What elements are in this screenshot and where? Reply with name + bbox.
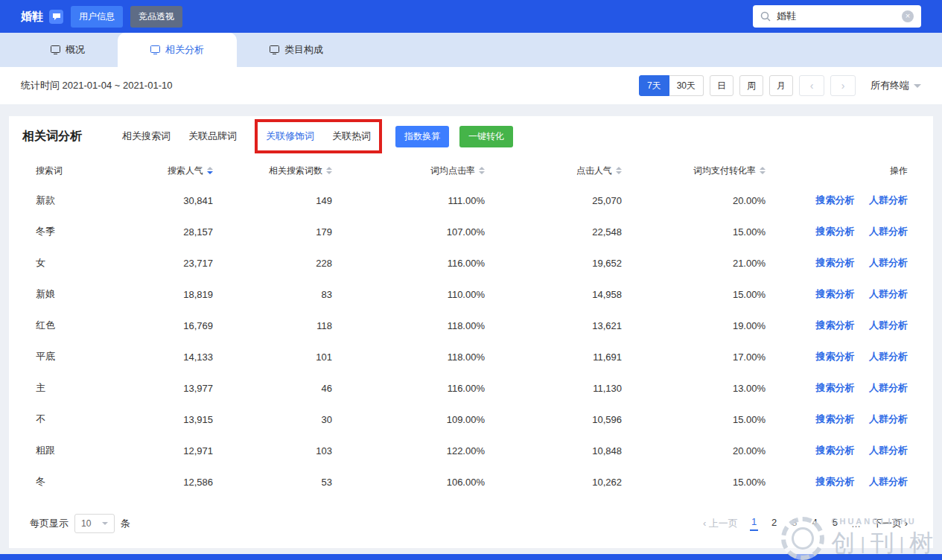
- col-click-popularity: 点击人气: [485, 156, 622, 185]
- search-analysis-link[interactable]: 搜索分析: [815, 413, 854, 424]
- tab-overview[interactable]: 概况: [31, 33, 104, 67]
- sort-icon[interactable]: [326, 167, 332, 174]
- cell-click-popularity: 10,596: [485, 404, 622, 435]
- cell-conversion-rate: 15.00%: [622, 279, 766, 310]
- cell-keyword: 新娘: [36, 279, 118, 310]
- cell-conversion-rate: 19.00%: [622, 310, 766, 341]
- cell-search-popularity: 13,915: [118, 404, 213, 435]
- table-row: 女 23,717 228 116.00% 19,652 21.00% 搜索分析 …: [36, 247, 908, 279]
- search-analysis-link[interactable]: 搜索分析: [815, 194, 854, 206]
- index-convert-button[interactable]: 指数换算: [395, 126, 449, 147]
- one-key-convert-button[interactable]: 一键转化: [459, 126, 513, 147]
- user-info-button[interactable]: 用户信息: [71, 6, 123, 28]
- table-row: 新娘 18,819 83 110.00% 14,958 15.00% 搜索分析 …: [36, 279, 908, 310]
- search-analysis-link[interactable]: 搜索分析: [815, 319, 854, 331]
- crowd-analysis-link[interactable]: 人群分析: [869, 382, 908, 393]
- tab-category-composition[interactable]: 类目构成: [250, 33, 343, 67]
- cell-related-count: 53: [213, 466, 332, 497]
- col-search-popularity: 搜索人气: [118, 156, 213, 185]
- search-analysis-link[interactable]: 搜索分析: [815, 288, 854, 299]
- range-day-button[interactable]: 日: [710, 75, 733, 96]
- search-analysis-link[interactable]: 搜索分析: [815, 476, 854, 487]
- next-page-button[interactable]: 下一页 ›: [873, 517, 908, 530]
- cell-conversion-rate: 20.00%: [622, 185, 766, 216]
- terminal-dropdown[interactable]: 所有终端: [871, 79, 921, 92]
- table-header-row: 搜索词 搜索人气 相关搜索词数 词均点击率 点击人气 词均支付转化率 操作: [36, 156, 908, 185]
- cell-related-count: 228: [213, 247, 332, 279]
- cell-search-popularity: 30,841: [118, 185, 213, 216]
- page-2-button[interactable]: 2: [770, 517, 778, 530]
- range-30d-button[interactable]: 30天: [669, 75, 704, 96]
- monitor-icon: [51, 45, 60, 54]
- competitor-view-button[interactable]: 竞品透视: [130, 6, 182, 28]
- sort-icon[interactable]: [479, 167, 485, 174]
- col-conversion-rate: 词均支付转化率: [622, 156, 766, 185]
- cell-click-popularity: 10,262: [485, 466, 622, 497]
- search-analysis-link[interactable]: 搜索分析: [815, 382, 854, 393]
- bottom-blue-strip: [0, 554, 942, 560]
- monitor-icon: [150, 45, 160, 54]
- cell-related-count: 101: [213, 341, 332, 372]
- cell-click-popularity: 25,070: [485, 185, 622, 216]
- next-period-button[interactable]: ›: [830, 75, 856, 96]
- page-size-select[interactable]: 10: [74, 514, 115, 533]
- cell-conversion-rate: 15.00%: [622, 216, 766, 247]
- cell-search-popularity: 12,971: [118, 435, 213, 466]
- subtab-hot-words[interactable]: 关联热词: [332, 130, 371, 143]
- table-row: 冬季 28,157 179 107.00% 22,548 15.00% 搜索分析…: [36, 216, 908, 247]
- cell-actions: 搜索分析 人群分析: [766, 216, 908, 247]
- sort-icon[interactable]: [616, 167, 622, 174]
- sort-icon[interactable]: [760, 167, 766, 174]
- subtab-modifier-words[interactable]: 关联修饰词: [266, 130, 314, 143]
- cell-actions: 搜索分析 人群分析: [766, 404, 908, 435]
- query-icon[interactable]: [49, 10, 63, 24]
- cell-search-popularity: 13,977: [118, 372, 213, 404]
- search-input[interactable]: 婚鞋 ×: [753, 5, 921, 28]
- cell-keyword: 不: [36, 404, 118, 435]
- cell-conversion-rate: 13.00%: [622, 372, 766, 404]
- cell-search-popularity: 18,819: [118, 279, 213, 310]
- page-1-button[interactable]: 1: [750, 516, 758, 531]
- cell-click-rate: 122.00%: [332, 435, 485, 466]
- subtab-related-search-words[interactable]: 相关搜索词: [122, 130, 171, 143]
- cell-keyword: 冬: [36, 466, 118, 497]
- crowd-analysis-link[interactable]: 人群分析: [869, 445, 908, 456]
- search-analysis-link[interactable]: 搜索分析: [815, 226, 854, 237]
- search-analysis-link[interactable]: 搜索分析: [815, 257, 854, 268]
- range-month-button[interactable]: 月: [769, 75, 793, 96]
- col-click-rate: 词均点击率: [332, 156, 485, 185]
- subtab-brand-words[interactable]: 关联品牌词: [188, 130, 237, 143]
- cell-click-rate: 118.00%: [332, 341, 485, 372]
- sort-icon[interactable]: [207, 167, 213, 174]
- crowd-analysis-link[interactable]: 人群分析: [869, 476, 908, 487]
- stat-time-label: 统计时间 2021-01-04 ~ 2021-01-10: [21, 79, 172, 92]
- tab-label: 相关分析: [165, 43, 204, 57]
- clear-search-icon[interactable]: ×: [902, 10, 914, 22]
- search-analysis-link[interactable]: 搜索分析: [815, 445, 854, 456]
- page-3-button[interactable]: 3: [790, 517, 798, 530]
- cell-related-count: 30: [213, 404, 332, 435]
- page-title: 婚鞋: [21, 10, 43, 24]
- table-row: 不 13,915 30 109.00% 10,596 15.00% 搜索分析 人…: [36, 404, 908, 435]
- prev-period-button[interactable]: ‹: [799, 75, 824, 96]
- page-5-button[interactable]: 5: [831, 517, 839, 530]
- crowd-analysis-link[interactable]: 人群分析: [869, 194, 908, 206]
- crowd-analysis-link[interactable]: 人群分析: [869, 226, 908, 237]
- page-4-button[interactable]: 4: [811, 517, 819, 530]
- related-words-table: 搜索词 搜索人气 相关搜索词数 词均点击率 点击人气 词均支付转化率 操作 新款…: [9, 156, 933, 497]
- cell-related-count: 179: [213, 216, 332, 247]
- cell-actions: 搜索分析 人群分析: [766, 372, 908, 404]
- tab-related-analysis[interactable]: 相关分析: [118, 33, 237, 67]
- prev-page-button[interactable]: ‹ 上一页: [703, 517, 738, 530]
- range-week-button[interactable]: 周: [739, 75, 763, 96]
- crowd-analysis-link[interactable]: 人群分析: [869, 257, 908, 268]
- crowd-analysis-link[interactable]: 人群分析: [869, 288, 908, 299]
- crowd-analysis-link[interactable]: 人群分析: [869, 413, 908, 424]
- range-7d-button[interactable]: 7天: [639, 75, 669, 96]
- cell-click-popularity: 11,691: [485, 341, 622, 372]
- crowd-analysis-link[interactable]: 人群分析: [869, 319, 908, 331]
- crowd-analysis-link[interactable]: 人群分析: [869, 351, 908, 362]
- pagination: ‹ 上一页 1 2 3 4 5 … 下一页 ›: [703, 516, 908, 531]
- search-analysis-link[interactable]: 搜索分析: [815, 351, 854, 362]
- page-size-unit: 条: [121, 517, 130, 530]
